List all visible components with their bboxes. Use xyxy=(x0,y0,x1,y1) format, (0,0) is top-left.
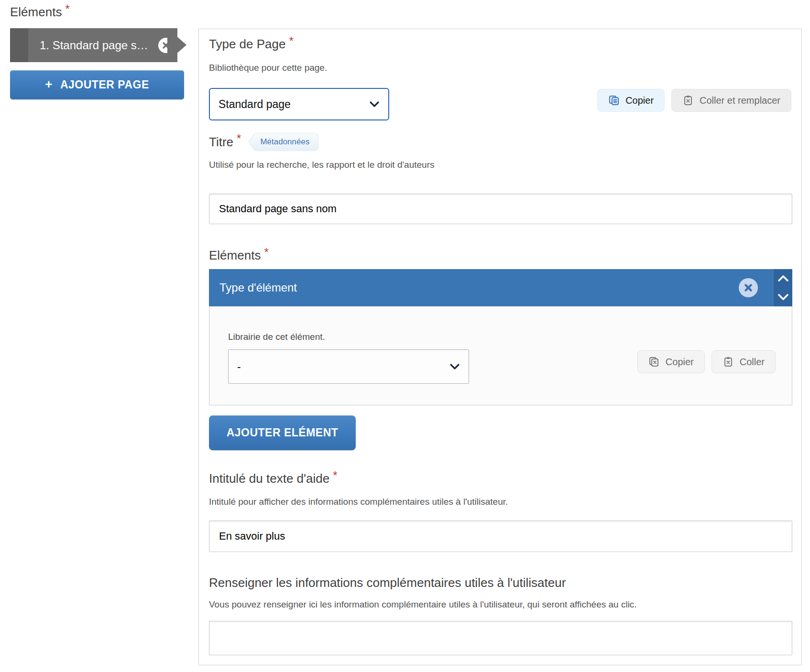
metadata-badge-wrap: Métadonnées xyxy=(249,133,318,151)
type-de-page-description: Bibliothèque pour cette page. xyxy=(209,63,327,73)
infos-input[interactable] xyxy=(209,621,792,655)
type-de-page-heading: Type de Page* xyxy=(209,37,294,52)
titre-heading: Titre xyxy=(209,135,233,150)
paste-replace-page-button-label: Coller et remplacer xyxy=(700,95,780,106)
paste-icon xyxy=(682,95,694,106)
copy-page-button[interactable]: Copier xyxy=(597,89,665,112)
element-type-select[interactable]: - xyxy=(228,349,469,384)
element-header-bar[interactable]: Type d'élément xyxy=(209,269,792,306)
required-marker: * xyxy=(264,246,268,259)
chevron-down-icon xyxy=(449,363,460,370)
add-page-button-label: AJOUTER PAGE xyxy=(60,78,149,91)
copy-element-button-label: Copier xyxy=(666,357,694,368)
copy-x-icon xyxy=(648,356,660,368)
add-element-button-label: AJOUTER ELÉMENT xyxy=(227,426,339,439)
elements-heading: Eléments* xyxy=(209,248,269,263)
add-page-button[interactable]: + AJOUTER PAGE xyxy=(10,70,184,99)
page-type-select-value: Standard page xyxy=(210,98,369,111)
elements-field-label: Eléments* xyxy=(10,5,70,20)
element-type-select-value: - xyxy=(229,360,449,373)
page-tab[interactable]: 1. Standard page s… xyxy=(10,28,177,62)
infos-heading: Renseigner les informations complémentai… xyxy=(209,575,566,590)
paste-element-button[interactable]: Coller xyxy=(711,350,776,373)
chevron-down-icon xyxy=(369,101,380,108)
element-body-panel: Librairie de cet élément. - Copier xyxy=(209,306,792,405)
required-marker: * xyxy=(289,34,293,47)
copy-page-button-label: Copier xyxy=(625,95,654,106)
copy-element-button[interactable]: Copier xyxy=(637,350,705,373)
move-up-icon[interactable] xyxy=(777,275,789,282)
infos-description: Vous pouvez renseigner ici les informati… xyxy=(209,599,637,610)
titre-input[interactable] xyxy=(209,194,792,224)
tab-drag-strip[interactable] xyxy=(10,28,28,62)
required-marker: * xyxy=(65,2,69,15)
aide-heading: Intitulé du texte d'aide* xyxy=(209,471,338,486)
elements-heading-text: Eléments xyxy=(209,248,261,262)
required-marker: * xyxy=(333,469,337,482)
element-reorder-column xyxy=(774,269,792,306)
titre-heading-row: Titre* Métadonnées xyxy=(209,133,318,151)
page: Eléments* 1. Standard page s… + AJOUTER … xyxy=(0,0,810,672)
titre-description: Utilisé pour la recherche, les rapport e… xyxy=(209,160,434,170)
paste-icon xyxy=(722,356,734,368)
add-element-button[interactable]: AJOUTER ELÉMENT xyxy=(209,415,356,450)
paste-element-button-label: Coller xyxy=(740,357,765,368)
plus-icon: + xyxy=(45,77,53,92)
paste-replace-page-button[interactable]: Coller et remplacer xyxy=(671,89,791,112)
copy-icon xyxy=(608,95,620,106)
move-down-icon[interactable] xyxy=(777,293,789,301)
page-settings-panel: Type de Page* Bibliothèque pour cette pa… xyxy=(198,29,802,665)
remove-element-icon[interactable] xyxy=(739,278,758,297)
type-de-page-heading-text: Type de Page xyxy=(209,37,285,51)
elements-field-label-text: Eléments xyxy=(10,5,62,19)
required-marker: * xyxy=(237,132,241,145)
element-header-label: Type d'élément xyxy=(219,281,739,294)
page-type-select[interactable]: Standard page xyxy=(209,88,389,120)
remove-x-glyph xyxy=(744,283,753,293)
metadata-badge: Métadonnées xyxy=(249,133,318,151)
aide-input[interactable] xyxy=(209,520,792,552)
aide-heading-text: Intitulé du texte d'aide xyxy=(209,471,329,486)
tab-label: 1. Standard page s… xyxy=(40,39,158,52)
tab-arrow xyxy=(167,28,186,62)
aide-description: Intitulé pour afficher des informations … xyxy=(209,497,508,507)
librairie-description: Librairie de cet élément. xyxy=(228,332,325,342)
